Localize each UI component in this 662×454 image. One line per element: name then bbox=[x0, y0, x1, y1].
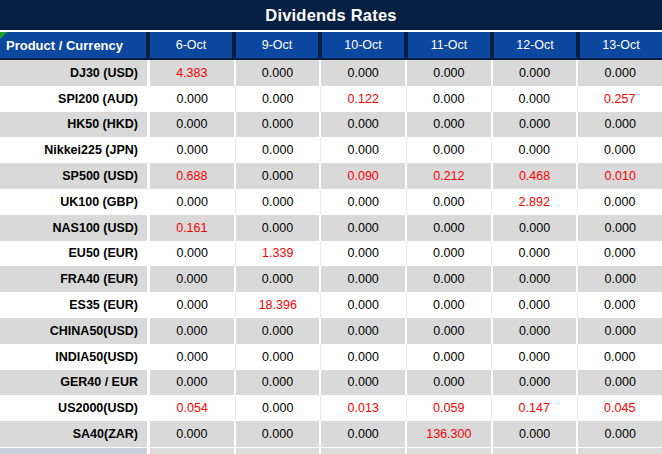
product-currency-header[interactable]: Product / Currency bbox=[0, 32, 150, 58]
value-cell[interactable]: 0.000 bbox=[236, 215, 322, 241]
value-cell[interactable]: 0.000 bbox=[492, 241, 578, 267]
value-cell[interactable]: 0.000 bbox=[407, 215, 493, 241]
product-cell[interactable]: Nikkei225 (JPN) bbox=[0, 137, 150, 163]
value-cell[interactable]: 0.000 bbox=[150, 112, 236, 138]
value-cell[interactable]: 0.000 bbox=[150, 318, 236, 344]
value-cell[interactable]: 0.000 bbox=[492, 86, 578, 112]
value-cell[interactable]: 0.161 bbox=[150, 215, 236, 241]
value-cell[interactable]: 0.000 bbox=[578, 318, 662, 344]
product-cell[interactable]: CHINA50(USD) bbox=[0, 318, 150, 344]
value-cell[interactable]: 0.000 bbox=[578, 215, 662, 241]
value-cell[interactable]: 0.000 bbox=[150, 370, 236, 396]
product-cell[interactable]: US2000(USD) bbox=[0, 395, 150, 421]
value-cell[interactable]: 0.000 bbox=[578, 292, 662, 318]
value-cell[interactable]: 0.000 bbox=[236, 112, 322, 138]
product-cell[interactable]: ES35 (EUR) bbox=[0, 292, 150, 318]
value-cell[interactable]: 0.000 bbox=[236, 86, 322, 112]
date-header-10-oct[interactable]: 10-Oct bbox=[322, 32, 408, 58]
value-cell[interactable]: 0.045 bbox=[578, 395, 662, 421]
value-cell[interactable]: 0.147 bbox=[492, 395, 578, 421]
value-cell[interactable]: 0.000 bbox=[407, 318, 493, 344]
value-cell[interactable]: 0.000 bbox=[236, 318, 322, 344]
value-cell[interactable]: 0.000 bbox=[578, 421, 662, 447]
value-cell[interactable]: 0.000 bbox=[578, 137, 662, 163]
value-cell[interactable]: 2.892 bbox=[492, 189, 578, 215]
value-cell[interactable]: 0.000 bbox=[493, 112, 579, 138]
value-cell[interactable]: 0.000 bbox=[236, 163, 322, 189]
product-cell[interactable]: GER40 / EUR bbox=[0, 370, 150, 396]
value-cell[interactable]: 0.000 bbox=[150, 421, 236, 447]
value-cell[interactable]: 0.000 bbox=[236, 370, 322, 396]
value-cell[interactable]: 0.000 bbox=[492, 344, 578, 370]
value-cell[interactable]: 0.000 bbox=[407, 241, 493, 267]
value-cell[interactable]: 0.000 bbox=[407, 266, 493, 292]
value-cell[interactable]: 0.010 bbox=[578, 163, 662, 189]
value-cell[interactable]: 18.396 bbox=[236, 292, 322, 318]
value-cell[interactable]: 0.000 bbox=[150, 292, 236, 318]
value-cell[interactable]: 0.000 bbox=[321, 112, 407, 138]
value-cell[interactable]: 0.000 bbox=[493, 318, 579, 344]
product-cell[interactable]: EU50 (EUR) bbox=[0, 241, 150, 267]
product-cell[interactable]: DJ30 (USD) bbox=[0, 60, 150, 86]
value-cell[interactable]: 0.000 bbox=[236, 395, 322, 421]
date-header-11-oct[interactable]: 11-Oct bbox=[408, 32, 494, 58]
value-cell[interactable]: 0.000 bbox=[321, 344, 407, 370]
product-cell[interactable]: FRA40 (EUR) bbox=[0, 266, 150, 292]
value-cell[interactable]: 0.000 bbox=[578, 344, 662, 370]
value-cell[interactable]: 0.122 bbox=[321, 86, 407, 112]
value-cell[interactable]: 4.383 bbox=[150, 60, 236, 86]
value-cell[interactable]: 0.000 bbox=[492, 292, 578, 318]
value-cell[interactable]: 0.000 bbox=[236, 189, 322, 215]
value-cell[interactable]: 0.000 bbox=[493, 421, 579, 447]
value-cell[interactable]: 0.054 bbox=[150, 395, 236, 421]
value-cell[interactable]: 0.000 bbox=[321, 292, 407, 318]
value-cell[interactable]: 0.000 bbox=[150, 266, 236, 292]
value-cell[interactable]: 136.300 bbox=[407, 421, 493, 447]
value-cell[interactable]: 0.000 bbox=[321, 137, 407, 163]
value-cell[interactable]: 0.688 bbox=[150, 163, 236, 189]
value-cell[interactable]: 0.000 bbox=[150, 344, 236, 370]
value-cell[interactable]: 0.257 bbox=[578, 86, 662, 112]
value-cell[interactable]: 0.013 bbox=[321, 395, 407, 421]
product-cell[interactable]: NAS100 (USD) bbox=[0, 215, 150, 241]
value-cell[interactable]: 0.000 bbox=[321, 241, 407, 267]
value-cell[interactable]: 0.000 bbox=[493, 370, 579, 396]
product-cell[interactable]: SPI200 (AUD) bbox=[0, 86, 150, 112]
value-cell[interactable]: 0.000 bbox=[236, 344, 322, 370]
value-cell[interactable]: 0.000 bbox=[578, 60, 662, 86]
value-cell[interactable]: 0.000 bbox=[150, 189, 236, 215]
product-cell[interactable]: SA40(ZAR) bbox=[0, 421, 150, 447]
value-cell[interactable]: 0.000 bbox=[493, 60, 579, 86]
value-cell[interactable]: 0.000 bbox=[236, 266, 322, 292]
value-cell[interactable]: 0.000 bbox=[407, 370, 493, 396]
value-cell[interactable]: 0.000 bbox=[407, 86, 493, 112]
value-cell[interactable]: 0.000 bbox=[407, 112, 493, 138]
value-cell[interactable]: 0.000 bbox=[407, 60, 493, 86]
value-cell[interactable]: 0.000 bbox=[578, 112, 662, 138]
value-cell[interactable]: 0.000 bbox=[492, 137, 578, 163]
value-cell[interactable]: 0.000 bbox=[493, 266, 579, 292]
value-cell[interactable]: 0.000 bbox=[150, 86, 236, 112]
date-header-13-oct[interactable]: 13-Oct bbox=[580, 32, 662, 58]
value-cell[interactable]: 0.000 bbox=[150, 241, 236, 267]
value-cell[interactable]: 0.000 bbox=[407, 344, 493, 370]
value-cell[interactable]: 0.000 bbox=[321, 266, 407, 292]
date-header-12-oct[interactable]: 12-Oct bbox=[494, 32, 580, 58]
value-cell[interactable]: 0.000 bbox=[321, 215, 407, 241]
product-cell[interactable]: INDIA50(USD) bbox=[0, 344, 150, 370]
product-cell[interactable]: HK50 (HKD) bbox=[0, 112, 150, 138]
value-cell[interactable]: 0.000 bbox=[236, 421, 322, 447]
value-cell[interactable]: 0.000 bbox=[321, 60, 407, 86]
value-cell[interactable]: 0.000 bbox=[578, 370, 662, 396]
value-cell[interactable]: 0.000 bbox=[493, 215, 579, 241]
value-cell[interactable]: 0.000 bbox=[407, 189, 493, 215]
product-cell[interactable]: UK100 (GBP) bbox=[0, 189, 150, 215]
value-cell[interactable]: 0.059 bbox=[407, 395, 493, 421]
value-cell[interactable]: 0.000 bbox=[578, 266, 662, 292]
value-cell[interactable]: 0.212 bbox=[407, 163, 493, 189]
date-header-9-oct[interactable]: 9-Oct bbox=[236, 32, 322, 58]
value-cell[interactable]: 0.000 bbox=[321, 318, 407, 344]
value-cell[interactable]: 0.000 bbox=[150, 137, 236, 163]
product-cell[interactable]: SP500 (USD) bbox=[0, 163, 150, 189]
value-cell[interactable]: 1.339 bbox=[236, 241, 322, 267]
